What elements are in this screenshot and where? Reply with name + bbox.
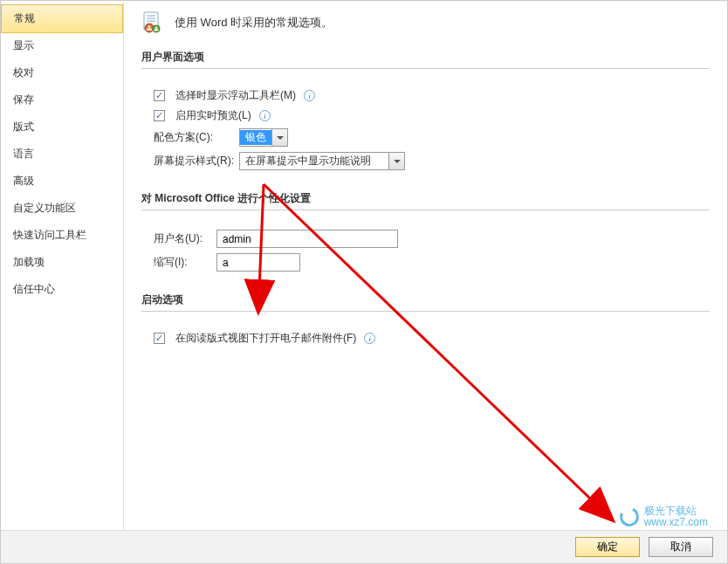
ok-button[interactable]: 确定 bbox=[575, 537, 640, 557]
content-header-text: 使用 Word 时采用的常规选项。 bbox=[175, 15, 333, 31]
sidebar-item-customize-ribbon[interactable]: 自定义功能区 bbox=[1, 195, 123, 222]
content-panel: 使用 Word 时采用的常规选项。 用户界面选项 选择时显示浮动工具栏(M) 启… bbox=[124, 1, 727, 530]
sidebar-item-advanced[interactable]: 高级 bbox=[1, 168, 123, 195]
row-initials: 缩写(I): bbox=[154, 253, 710, 272]
sidebar-item-qat[interactable]: 快速访问工具栏 bbox=[1, 222, 123, 249]
sidebar-item-save[interactable]: 保存 bbox=[1, 86, 123, 113]
sidebar-item-layout[interactable]: 版式 bbox=[1, 113, 123, 141]
label-username: 用户名(U): bbox=[154, 231, 211, 246]
sidebar-item-label: 加载项 bbox=[13, 256, 45, 268]
sidebar-item-label: 保存 bbox=[13, 93, 34, 106]
sidebar-item-label: 快速访问工具栏 bbox=[13, 229, 86, 241]
input-username[interactable] bbox=[216, 230, 398, 248]
label-screentip: 屏幕提示样式(R): bbox=[154, 154, 234, 169]
sidebar-item-trust-center[interactable]: 信任中心 bbox=[1, 276, 123, 303]
row-mini-toolbar: 选择时显示浮动工具栏(M) bbox=[154, 88, 710, 103]
word-options-dialog: 常规 显示 校对 保存 版式 语言 高级 自定义功能区 快速访问工具栏 加载项 … bbox=[0, 0, 728, 564]
general-options-icon bbox=[141, 11, 164, 34]
sidebar-item-label: 校对 bbox=[13, 66, 34, 79]
row-live-preview: 启用实时预览(L) bbox=[154, 108, 710, 123]
checkbox-live-preview[interactable] bbox=[154, 110, 165, 121]
select-color-scheme[interactable]: 银色 bbox=[239, 128, 288, 147]
section-ui-options: 选择时显示浮动工具栏(M) 启用实时预览(L) 配色方案(C): 银色 bbox=[141, 79, 710, 182]
label-initials: 缩写(I): bbox=[154, 255, 211, 270]
select-color-scheme-value: 银色 bbox=[240, 130, 271, 145]
section-startup: 在阅读版式视图下打开电子邮件附件(F) bbox=[141, 322, 710, 358]
row-color-scheme: 配色方案(C): 银色 bbox=[154, 128, 710, 147]
checkbox-mini-toolbar[interactable] bbox=[154, 90, 165, 101]
section-ui-options-title: 用户界面选项 bbox=[141, 50, 710, 69]
select-screentip[interactable]: 在屏幕提示中显示功能说明 bbox=[239, 152, 405, 170]
dialog-footer: 确定 取消 bbox=[1, 530, 727, 563]
sidebar-item-label: 高级 bbox=[13, 175, 34, 187]
row-screentip: 屏幕提示样式(R): 在屏幕提示中显示功能说明 bbox=[154, 152, 710, 170]
sidebar-item-proofing[interactable]: 校对 bbox=[1, 59, 123, 86]
sidebar-item-label: 显示 bbox=[13, 39, 34, 52]
sidebar-item-label: 自定义功能区 bbox=[13, 202, 76, 214]
sidebar-item-general[interactable]: 常规 bbox=[1, 4, 123, 33]
label-mini-toolbar: 选择时显示浮动工具栏(M) bbox=[175, 88, 296, 103]
cancel-button[interactable]: 取消 bbox=[649, 537, 713, 557]
sidebar-item-label: 常规 bbox=[14, 12, 35, 24]
dialog-body: 常规 显示 校对 保存 版式 语言 高级 自定义功能区 快速访问工具栏 加载项 … bbox=[1, 1, 727, 530]
select-screentip-value: 在屏幕提示中显示功能说明 bbox=[240, 154, 388, 169]
chevron-down-icon bbox=[388, 153, 404, 169]
sidebar-item-addins[interactable]: 加载项 bbox=[1, 249, 123, 276]
sidebar-item-label: 语言 bbox=[13, 148, 34, 160]
sidebar-item-display[interactable]: 显示 bbox=[1, 32, 123, 59]
svg-point-5 bbox=[148, 25, 150, 28]
label-open-attachments: 在阅读版式视图下打开电子邮件附件(F) bbox=[175, 331, 356, 346]
section-personalize: 用户名(U): 缩写(I): bbox=[141, 221, 710, 284]
svg-point-7 bbox=[155, 27, 158, 30]
sidebar-item-language[interactable]: 语言 bbox=[1, 141, 123, 168]
info-icon[interactable] bbox=[304, 90, 315, 101]
sidebar-item-label: 版式 bbox=[13, 120, 34, 133]
section-startup-title: 启动选项 bbox=[141, 292, 710, 312]
label-color-scheme: 配色方案(C): bbox=[154, 130, 234, 145]
sidebar-item-label: 信任中心 bbox=[13, 283, 55, 295]
section-personalize-title: 对 Microsoft Office 进行个性化设置 bbox=[141, 191, 710, 210]
input-initials[interactable] bbox=[216, 253, 300, 272]
label-live-preview: 启用实时预览(L) bbox=[175, 108, 251, 123]
chevron-down-icon bbox=[271, 129, 287, 146]
content-header: 使用 Word 时采用的常规选项。 bbox=[141, 11, 710, 34]
checkbox-open-attachments[interactable] bbox=[154, 333, 165, 344]
row-username: 用户名(U): bbox=[154, 230, 710, 248]
info-icon[interactable] bbox=[259, 110, 271, 121]
options-sidebar: 常规 显示 校对 保存 版式 语言 高级 自定义功能区 快速访问工具栏 加载项 … bbox=[1, 1, 124, 530]
info-icon[interactable] bbox=[364, 333, 375, 344]
row-open-attachments: 在阅读版式视图下打开电子邮件附件(F) bbox=[154, 331, 710, 346]
